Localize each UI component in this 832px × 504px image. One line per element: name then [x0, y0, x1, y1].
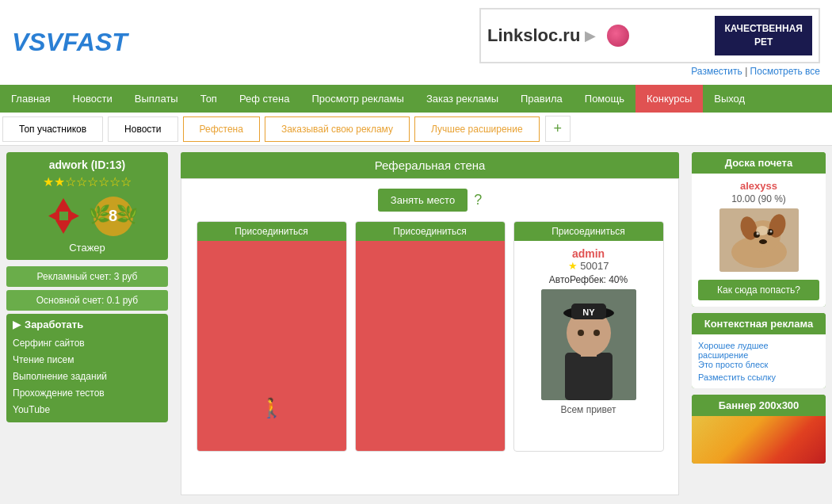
left-sidebar: adwork (ID:13) ★★☆☆☆☆☆☆ 8	[0, 146, 174, 502]
tab-luchshee[interactable]: Лучшее расширение	[414, 116, 540, 142]
context-ads-content: Хорошее лудшее расширение Это просто бле…	[692, 334, 826, 388]
ref-user-star-id: ★ 50017	[521, 260, 657, 272]
ref-slot-2-body	[356, 241, 505, 451]
take-place-btn[interactable]: Занять место	[378, 189, 468, 212]
center-content: Реферальная стена Занять место ? Присоед…	[174, 146, 685, 502]
ref-slot-3-join-btn[interactable]: Присоединиться	[514, 222, 663, 241]
nav-zakaz[interactable]: Заказ рекламы	[415, 85, 510, 113]
nav-vykhod[interactable]: Выход	[703, 85, 756, 113]
list-item: Прохождение тестов	[13, 384, 162, 401]
earn-youtube[interactable]: YouTube	[13, 404, 50, 415]
svg-marker-2	[48, 210, 59, 222]
main-balance-btn[interactable]: Основной счет: 0.1 руб	[6, 290, 168, 311]
svg-marker-0	[55, 198, 71, 212]
svg-point-23	[756, 226, 769, 235]
context-link-1[interactable]: Хорошее лудшее расширение	[698, 341, 769, 360]
svg-point-11	[578, 330, 584, 336]
earn-surfing[interactable]: Серфинг сайтов	[13, 338, 85, 349]
earn-letters[interactable]: Чтение писем	[13, 354, 74, 365]
svg-point-12	[593, 330, 600, 336]
ref-slot-3-body: admin ★ 50017 АвтоРефбек: 40% ➜	[514, 241, 663, 439]
help-icon[interactable]: ?	[474, 192, 482, 208]
ref-user-avatar: NY	[541, 289, 636, 400]
list-item: Выполнение заданий	[13, 368, 162, 384]
ref-slot-3: Присоединиться admin ★ 50017 АвтоРефбек:…	[513, 221, 664, 452]
ad-right-text: КАЧЕСТВЕННАЯРЕТ	[715, 16, 812, 55]
header-right: Linksloc.ru ▶ КАЧЕСТВЕННАЯРЕТ Разместить…	[479, 8, 820, 77]
nav-konkursy[interactable]: Конкурсы	[635, 85, 703, 113]
header: VSVFAST Linksloc.ru ▶ КАЧЕСТВЕННАЯРЕТ Ра…	[0, 0, 832, 85]
banner-section: Баннер 200х300	[692, 395, 826, 464]
place-link[interactable]: Разместить	[691, 66, 742, 77]
ref-slot-1: Присоединиться 🚶	[197, 221, 347, 452]
right-sidebar: Доска почета alexyss 10.00 (90 %)	[685, 146, 832, 502]
user-icons-row: 8 🌿 🌿	[13, 194, 162, 238]
earn-tasks[interactable]: Выполнение заданий	[13, 371, 107, 382]
svg-marker-1	[55, 220, 71, 234]
tab-novosti[interactable]: Новости	[108, 116, 177, 142]
refwall-container: Занять место ? Присоединиться 🚶 Присоеди…	[181, 178, 679, 495]
nav-pomoshch[interactable]: Помощь	[574, 85, 635, 113]
ref-slot-2-join-btn[interactable]: Присоединиться	[356, 222, 505, 241]
refwall-title: Реферальная стена	[181, 152, 679, 178]
earn-section: ▶ Заработать Серфинг сайтов Чтение писем…	[6, 314, 168, 422]
earn-tests[interactable]: Прохождение тестов	[13, 388, 105, 399]
nav-pravila[interactable]: Правила	[510, 85, 574, 113]
how-to-get-btn[interactable]: Как сюда попасть?	[698, 280, 819, 300]
username: adwork (ID:13)	[13, 158, 162, 171]
banner-title: Баннер 200х300	[692, 395, 826, 416]
triangle-icon: ▶	[13, 319, 21, 330]
refwall-header: Занять место ?	[191, 189, 669, 212]
slot-figure-icon: 🚶	[260, 397, 284, 419]
tabs-row: Топ участников Новости Рефстена Заказыва…	[0, 113, 832, 146]
honor-board-section: Доска почета alexyss 10.00 (90 %)	[692, 152, 826, 307]
honor-user-avatar	[719, 208, 799, 272]
svg-text:NY: NY	[582, 307, 595, 317]
ref-user-id: 50017	[580, 260, 609, 272]
honor-board-title: Доска почета	[692, 152, 826, 174]
dog-avatar-svg	[719, 208, 799, 272]
context-ads-section: Контекстная реклама Хорошее лудшее расши…	[692, 313, 826, 388]
nav-vyplaty[interactable]: Выплаты	[124, 85, 189, 113]
ad-play-icon: ▶	[585, 27, 596, 44]
user-logo	[42, 194, 86, 238]
context-link-2[interactable]: Это просто блеск	[698, 360, 768, 369]
main-layout: adwork (ID:13) ★★☆☆☆☆☆☆ 8	[0, 146, 832, 502]
banner-content	[692, 416, 826, 464]
tab-refstena[interactable]: Рефстена	[183, 116, 260, 142]
list-item: Серфинг сайтов	[13, 334, 162, 351]
context-place-link[interactable]: Разместить ссылку	[698, 372, 819, 382]
honor-user-name: alexyss	[698, 180, 819, 192]
user-card: adwork (ID:13) ★★☆☆☆☆☆☆ 8	[6, 152, 168, 260]
header-links: Разместить | Посмотреть все	[691, 66, 820, 77]
rank-label: Стажер	[13, 242, 162, 254]
ref-slots: Присоединиться 🚶 Присоединиться Присоеди…	[191, 221, 669, 452]
ad-balance-btn[interactable]: Рекламный счет: 3 руб	[6, 266, 168, 287]
svg-rect-5	[565, 353, 613, 400]
nav-novosti[interactable]: Новости	[61, 85, 123, 113]
ref-user-name: admin	[521, 247, 657, 260]
ref-slot-1-join-btn[interactable]: Присоединиться	[197, 222, 346, 241]
nav-refstena[interactable]: Реф стена	[228, 85, 301, 113]
site-logo: VSVFAST	[12, 28, 128, 57]
main-nav: Главная Новости Выплаты Топ Реф стена Пр…	[0, 85, 832, 113]
list-item: Чтение писем	[13, 351, 162, 368]
nav-top[interactable]: Топ	[189, 85, 228, 113]
user-stars: ★★☆☆☆☆☆☆	[13, 174, 162, 189]
ad-domain: Linksloc.ru	[487, 25, 580, 46]
ref-user-msg: Всем привет	[521, 404, 657, 415]
tab-top-uchastnikov[interactable]: Топ участников	[2, 116, 103, 142]
ref-user-star-icon: ★	[568, 260, 578, 272]
svg-point-22	[759, 239, 767, 244]
tab-add-button[interactable]: +	[545, 116, 571, 142]
nav-glavnaya[interactable]: Главная	[0, 85, 61, 113]
ref-user-refback: АвтоРефбек: 40%	[521, 274, 657, 285]
tab-zakaz-reklamu[interactable]: Заказывай свою рекламу	[265, 116, 410, 142]
earn-title: ▶ Заработать	[13, 319, 162, 330]
view-all-link[interactable]: Посмотреть все	[750, 66, 820, 77]
rank-badge: 8 🌿 🌿	[94, 197, 133, 236]
nav-prosmotr[interactable]: Просмотр рекламы	[301, 85, 415, 113]
svg-point-21	[769, 231, 772, 233]
list-item: YouTube	[13, 401, 162, 418]
ad-banner[interactable]: Linksloc.ru ▶ КАЧЕСТВЕННАЯРЕТ	[479, 8, 820, 63]
